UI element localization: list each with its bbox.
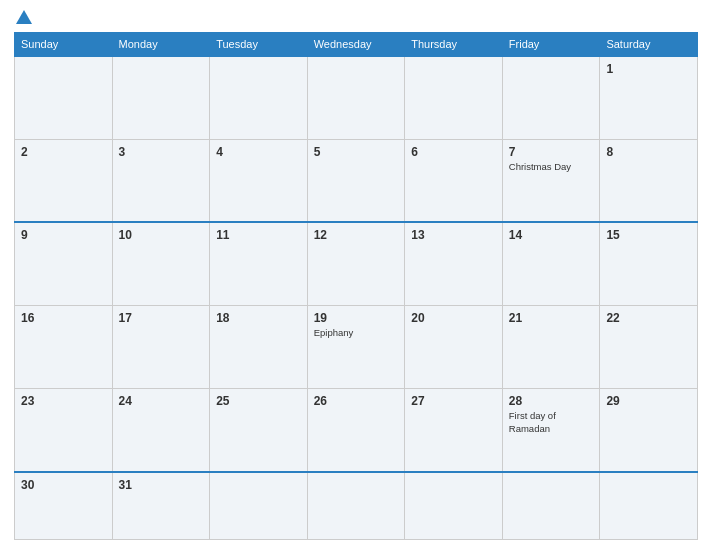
day-number: 8 — [606, 145, 691, 159]
weekday-header-thursday: Thursday — [405, 33, 503, 57]
logo — [14, 10, 32, 24]
logo-blue-text — [14, 10, 32, 24]
day-number: 27 — [411, 394, 496, 408]
calendar-cell: 6 — [405, 139, 503, 222]
calendar-cell — [307, 472, 405, 539]
calendar-cell: 7Christmas Day — [502, 139, 600, 222]
weekday-header-saturday: Saturday — [600, 33, 698, 57]
day-number: 21 — [509, 311, 594, 325]
day-number: 11 — [216, 228, 301, 242]
day-number: 1 — [606, 62, 691, 76]
calendar-cell: 22 — [600, 306, 698, 389]
calendar-cell: 29 — [600, 389, 698, 472]
day-number: 23 — [21, 394, 106, 408]
calendar-cell: 19Epiphany — [307, 306, 405, 389]
calendar-cell: 10 — [112, 222, 210, 305]
day-number: 17 — [119, 311, 204, 325]
calendar-cell: 3 — [112, 139, 210, 222]
calendar-cell: 9 — [15, 222, 113, 305]
calendar-cell — [210, 472, 308, 539]
calendar-cell: 16 — [15, 306, 113, 389]
day-number: 19 — [314, 311, 399, 325]
calendar-cell: 27 — [405, 389, 503, 472]
day-number: 28 — [509, 394, 594, 408]
calendar-week-row: 3031 — [15, 472, 698, 539]
calendar-cell: 14 — [502, 222, 600, 305]
calendar-cell — [600, 472, 698, 539]
calendar-cell: 26 — [307, 389, 405, 472]
calendar-body: 1234567Christmas Day89101112131415161718… — [15, 56, 698, 540]
calendar-cell: 17 — [112, 306, 210, 389]
calendar-cell: 31 — [112, 472, 210, 539]
calendar-week-row: 232425262728First day of Ramadan29 — [15, 389, 698, 472]
day-number: 4 — [216, 145, 301, 159]
calendar-cell: 12 — [307, 222, 405, 305]
holiday-text: Epiphany — [314, 327, 399, 339]
calendar-cell: 15 — [600, 222, 698, 305]
weekday-header-monday: Monday — [112, 33, 210, 57]
calendar-cell — [307, 56, 405, 139]
calendar-cell: 5 — [307, 139, 405, 222]
day-number: 2 — [21, 145, 106, 159]
calendar-cell — [210, 56, 308, 139]
calendar-page: SundayMondayTuesdayWednesdayThursdayFrid… — [0, 0, 712, 550]
weekday-header-wednesday: Wednesday — [307, 33, 405, 57]
day-number: 24 — [119, 394, 204, 408]
holiday-text: First day of Ramadan — [509, 410, 594, 435]
calendar-cell: 30 — [15, 472, 113, 539]
calendar-week-row: 234567Christmas Day8 — [15, 139, 698, 222]
day-number: 9 — [21, 228, 106, 242]
day-number: 6 — [411, 145, 496, 159]
day-number: 26 — [314, 394, 399, 408]
calendar-cell — [15, 56, 113, 139]
day-number: 15 — [606, 228, 691, 242]
calendar-cell: 13 — [405, 222, 503, 305]
day-number: 3 — [119, 145, 204, 159]
logo-triangle-icon — [16, 10, 32, 24]
calendar-cell: 23 — [15, 389, 113, 472]
day-number: 10 — [119, 228, 204, 242]
calendar-cell — [502, 472, 600, 539]
calendar-cell: 2 — [15, 139, 113, 222]
calendar-cell: 24 — [112, 389, 210, 472]
calendar-header: SundayMondayTuesdayWednesdayThursdayFrid… — [15, 33, 698, 57]
day-number: 18 — [216, 311, 301, 325]
calendar-week-row: 16171819Epiphany202122 — [15, 306, 698, 389]
calendar-cell — [405, 56, 503, 139]
calendar-cell: 25 — [210, 389, 308, 472]
day-number: 22 — [606, 311, 691, 325]
weekday-header-sunday: Sunday — [15, 33, 113, 57]
calendar-cell: 18 — [210, 306, 308, 389]
calendar-cell: 20 — [405, 306, 503, 389]
day-number: 5 — [314, 145, 399, 159]
calendar-week-row: 9101112131415 — [15, 222, 698, 305]
day-number: 13 — [411, 228, 496, 242]
calendar-cell — [112, 56, 210, 139]
day-number: 20 — [411, 311, 496, 325]
calendar-table: SundayMondayTuesdayWednesdayThursdayFrid… — [14, 32, 698, 540]
holiday-text: Christmas Day — [509, 161, 594, 173]
calendar-cell: 8 — [600, 139, 698, 222]
calendar-week-row: 1 — [15, 56, 698, 139]
day-number: 12 — [314, 228, 399, 242]
header — [14, 10, 698, 28]
day-number: 16 — [21, 311, 106, 325]
calendar-cell: 21 — [502, 306, 600, 389]
weekday-header-friday: Friday — [502, 33, 600, 57]
calendar-cell — [502, 56, 600, 139]
day-number: 30 — [21, 478, 106, 492]
day-number: 31 — [119, 478, 204, 492]
weekday-header-tuesday: Tuesday — [210, 33, 308, 57]
day-number: 7 — [509, 145, 594, 159]
day-number: 29 — [606, 394, 691, 408]
day-number: 25 — [216, 394, 301, 408]
calendar-cell — [405, 472, 503, 539]
calendar-cell: 11 — [210, 222, 308, 305]
day-number: 14 — [509, 228, 594, 242]
calendar-cell: 4 — [210, 139, 308, 222]
calendar-cell: 1 — [600, 56, 698, 139]
calendar-cell: 28First day of Ramadan — [502, 389, 600, 472]
weekday-header-row: SundayMondayTuesdayWednesdayThursdayFrid… — [15, 33, 698, 57]
